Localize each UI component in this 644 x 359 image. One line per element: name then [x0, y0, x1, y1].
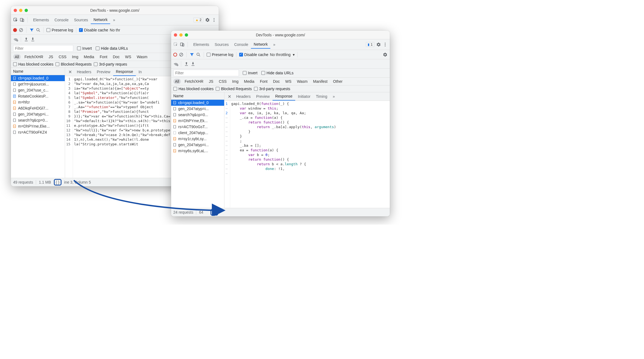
chip-doc[interactable]: Doc: [111, 54, 121, 60]
filter-icon[interactable]: [29, 28, 34, 33]
name-column-header[interactable]: Name: [171, 92, 224, 100]
inspect-icon[interactable]: [173, 42, 178, 47]
tabs-overflow[interactable]: »: [110, 16, 118, 24]
chip-img[interactable]: Img: [230, 79, 240, 84]
filter-icon[interactable]: [189, 52, 194, 57]
record-button[interactable]: [173, 53, 177, 57]
request-row[interactable]: m=sy6s,sy6t,aL...: [171, 148, 224, 154]
chip-fetch[interactable]: Fetch/XHR: [23, 54, 45, 60]
close-details-icon[interactable]: ✕: [226, 93, 233, 100]
preserve-log-checkbox[interactable]: Preserve log: [207, 52, 233, 57]
request-row[interactable]: m=hfcr: [11, 99, 65, 105]
download-har-icon[interactable]: [191, 61, 195, 66]
request-row[interactable]: cb=gapi.loaded_0: [11, 75, 65, 81]
pretty-print-button[interactable]: { }: [210, 209, 218, 216]
chip-media[interactable]: Media: [82, 54, 96, 60]
download-har-icon[interactable]: [30, 37, 35, 42]
settings-icon[interactable]: [376, 42, 381, 47]
device-toggle-icon[interactable]: [180, 42, 185, 47]
invert-checkbox[interactable]: Invert: [77, 46, 92, 51]
request-row[interactable]: m=DhPYme,Eke...: [11, 123, 65, 129]
warning-badge[interactable]: ▲ 2: [193, 17, 203, 22]
chip-manifest[interactable]: Manifest: [311, 79, 329, 84]
request-row[interactable]: rs=ACT90oFKZ4: [11, 129, 65, 135]
chip-doc[interactable]: Doc: [271, 79, 282, 84]
request-row[interactable]: client_204?atyp...: [171, 130, 224, 136]
upload-har-icon[interactable]: [24, 37, 29, 42]
subtab-timing[interactable]: Timing: [313, 93, 330, 100]
filter-input[interactable]: [173, 70, 239, 76]
chip-js[interactable]: JS: [207, 79, 215, 84]
clear-icon[interactable]: [19, 28, 24, 33]
subtab-preview[interactable]: Preview: [94, 68, 113, 76]
network-conditions-icon[interactable]: [173, 61, 178, 66]
tab-elements[interactable]: Elements: [30, 16, 52, 24]
search-icon[interactable]: [36, 28, 41, 33]
filter-input[interactable]: [13, 45, 73, 52]
disable-cache-checkbox[interactable]: Disable cache: [239, 52, 268, 57]
request-row[interactable]: get?rt=j&sourcei...: [11, 81, 65, 87]
network-settings-icon[interactable]: [383, 52, 388, 57]
chip-font[interactable]: Font: [258, 79, 269, 84]
disable-cache-checkbox[interactable]: Disable cache: [79, 28, 108, 32]
subtab-response[interactable]: Response: [273, 92, 295, 101]
pretty-print-button[interactable]: { }: [54, 179, 62, 186]
chip-js[interactable]: JS: [47, 54, 55, 60]
request-row[interactable]: A6DkqFxHDGl7...: [11, 105, 65, 111]
upload-har-icon[interactable]: [184, 61, 189, 66]
network-conditions-icon[interactable]: [13, 37, 18, 42]
chip-css[interactable]: CSS: [217, 79, 228, 84]
request-row[interactable]: m=sy1r,sybt,sy...: [171, 136, 224, 142]
request-row[interactable]: search?q&cp=0...: [11, 117, 65, 123]
request-row[interactable]: RotateCookiesP...: [11, 93, 65, 99]
subtab-response[interactable]: Response: [113, 68, 136, 76]
request-row[interactable]: gen_204?atyp=i...: [171, 106, 224, 112]
request-row[interactable]: cb=gapi.loaded_0: [171, 100, 224, 106]
messages-badge[interactable]: ▮ 1: [366, 42, 374, 47]
chip-wasm[interactable]: Wasm: [135, 54, 149, 60]
request-row[interactable]: gen_204?atyp=i...: [171, 142, 224, 148]
throttling-select[interactable]: No thr: [110, 28, 120, 32]
subtab-initiator[interactable]: Initiator: [295, 93, 313, 100]
chip-all[interactable]: All: [173, 79, 181, 84]
chip-other[interactable]: Other: [331, 79, 344, 84]
throttling-select[interactable]: No throttling ▾: [270, 52, 295, 57]
clear-icon[interactable]: [179, 52, 184, 57]
search-icon[interactable]: [196, 52, 201, 57]
chip-media[interactable]: Media: [242, 79, 256, 84]
chip-ws[interactable]: WS: [124, 54, 133, 60]
request-row[interactable]: gen_204?use_c...: [11, 87, 65, 93]
blocked-requests-checkbox[interactable]: Blocked Requests: [216, 87, 252, 91]
tab-network[interactable]: Network: [91, 16, 110, 24]
close-details-icon[interactable]: ✕: [66, 68, 74, 76]
preserve-log-checkbox[interactable]: Preserve log: [46, 28, 73, 32]
blocked-cookies-checkbox[interactable]: Has blocked cookies: [173, 87, 213, 91]
chip-css[interactable]: CSS: [57, 54, 68, 60]
minimize-window[interactable]: [19, 9, 22, 12]
hide-data-urls-checkbox[interactable]: Hide data URLs: [261, 71, 294, 75]
record-button[interactable]: [13, 28, 17, 32]
chip-fetch[interactable]: Fetch/XHR: [183, 79, 205, 84]
chip-font[interactable]: Font: [98, 54, 109, 60]
subtab-headers[interactable]: Headers: [233, 93, 253, 100]
chip-all[interactable]: All: [13, 54, 21, 60]
subtab-preview[interactable]: Preview: [253, 93, 273, 100]
kebab-icon[interactable]: [212, 17, 216, 22]
third-party-checkbox[interactable]: 3rd-party reques: [94, 62, 127, 66]
subtab-initiator[interactable]: In: [136, 68, 145, 76]
tab-console[interactable]: Console: [52, 16, 71, 24]
subtabs-overflow[interactable]: »: [330, 93, 338, 100]
inspect-icon[interactable]: [13, 17, 18, 22]
zoom-window[interactable]: [25, 9, 28, 12]
request-row[interactable]: rs=ACT90oGsT...: [171, 124, 224, 130]
tab-sources[interactable]: Sources: [212, 41, 231, 48]
request-row[interactable]: m=DhPYme,Ek...: [171, 118, 224, 124]
chip-ws[interactable]: WS: [284, 79, 293, 84]
blocked-cookies-checkbox[interactable]: Has blocked cookies: [13, 62, 53, 66]
subtab-headers[interactable]: Headers: [74, 68, 94, 76]
tab-network[interactable]: Network: [251, 40, 270, 49]
invert-checkbox[interactable]: Invert: [243, 71, 257, 75]
chip-wasm[interactable]: Wasm: [295, 79, 309, 84]
device-toggle-icon[interactable]: [20, 17, 25, 22]
settings-icon[interactable]: [205, 17, 210, 22]
